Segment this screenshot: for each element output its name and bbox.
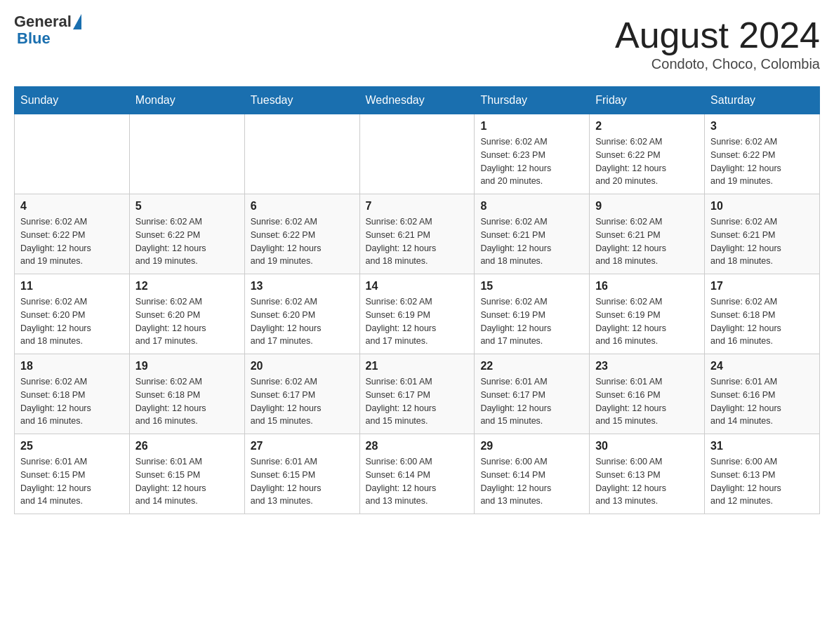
calendar-cell: 7Sunrise: 6:02 AM Sunset: 6:21 PM Daylig…: [359, 194, 475, 274]
calendar-cell: 22Sunrise: 6:01 AM Sunset: 6:17 PM Dayli…: [475, 354, 590, 434]
logo-general-text: General: [14, 14, 72, 29]
day-info: Sunrise: 6:02 AM Sunset: 6:22 PM Dayligh…: [595, 135, 699, 188]
calendar-table: SundayMondayTuesdayWednesdayThursdayFrid…: [14, 86, 820, 514]
day-info: Sunrise: 6:02 AM Sunset: 6:23 PM Dayligh…: [480, 135, 583, 188]
day-info: Sunrise: 6:02 AM Sunset: 6:21 PM Dayligh…: [480, 215, 583, 268]
day-number: 22: [480, 360, 583, 373]
calendar-cell: 5Sunrise: 6:02 AM Sunset: 6:22 PM Daylig…: [129, 194, 244, 274]
calendar-week-5: 25Sunrise: 6:01 AM Sunset: 6:15 PM Dayli…: [15, 434, 820, 514]
location-title: Condoto, Choco, Colombia: [615, 56, 820, 72]
day-info: Sunrise: 6:02 AM Sunset: 6:22 PM Dayligh…: [20, 215, 124, 268]
day-number: 15: [480, 280, 583, 293]
day-info: Sunrise: 6:00 AM Sunset: 6:13 PM Dayligh…: [595, 455, 699, 508]
day-number: 13: [251, 280, 354, 293]
day-number: 9: [595, 200, 699, 213]
day-number: 1: [480, 120, 583, 133]
calendar-cell: [244, 114, 359, 194]
calendar-cell: 2Sunrise: 6:02 AM Sunset: 6:22 PM Daylig…: [590, 114, 705, 194]
day-number: 19: [135, 360, 239, 373]
day-number: 12: [135, 280, 239, 293]
day-info: Sunrise: 6:01 AM Sunset: 6:16 PM Dayligh…: [595, 375, 699, 428]
calendar-cell: 28Sunrise: 6:00 AM Sunset: 6:14 PM Dayli…: [359, 434, 475, 514]
logo-blue-text: Blue: [17, 29, 51, 48]
title-block: August 2024 Condoto, Choco, Colombia: [615, 14, 820, 72]
day-info: Sunrise: 6:02 AM Sunset: 6:19 PM Dayligh…: [366, 295, 469, 348]
calendar-cell: 24Sunrise: 6:01 AM Sunset: 6:16 PM Dayli…: [705, 354, 820, 434]
calendar-cell: 25Sunrise: 6:01 AM Sunset: 6:15 PM Dayli…: [15, 434, 130, 514]
calendar-week-1: 1Sunrise: 6:02 AM Sunset: 6:23 PM Daylig…: [15, 114, 820, 194]
calendar-cell: 10Sunrise: 6:02 AM Sunset: 6:21 PM Dayli…: [705, 194, 820, 274]
day-number: 8: [480, 200, 583, 213]
weekday-header-friday: Friday: [590, 87, 705, 114]
day-number: 11: [20, 280, 124, 293]
day-number: 17: [710, 280, 814, 293]
logo: General Blue: [14, 14, 81, 48]
day-number: 14: [366, 280, 469, 293]
calendar-cell: [359, 114, 475, 194]
calendar-cell: 31Sunrise: 6:00 AM Sunset: 6:13 PM Dayli…: [705, 434, 820, 514]
calendar-cell: 11Sunrise: 6:02 AM Sunset: 6:20 PM Dayli…: [15, 274, 130, 354]
weekday-header-tuesday: Tuesday: [244, 87, 359, 114]
calendar-cell: 14Sunrise: 6:02 AM Sunset: 6:19 PM Dayli…: [359, 274, 475, 354]
calendar-week-3: 11Sunrise: 6:02 AM Sunset: 6:20 PM Dayli…: [15, 274, 820, 354]
calendar-cell: 21Sunrise: 6:01 AM Sunset: 6:17 PM Dayli…: [359, 354, 475, 434]
calendar-cell: 13Sunrise: 6:02 AM Sunset: 6:20 PM Dayli…: [244, 274, 359, 354]
day-number: 7: [366, 200, 469, 213]
day-info: Sunrise: 6:02 AM Sunset: 6:19 PM Dayligh…: [595, 295, 699, 348]
day-number: 30: [595, 440, 699, 452]
day-number: 5: [135, 200, 239, 213]
day-info: Sunrise: 6:01 AM Sunset: 6:16 PM Dayligh…: [710, 375, 814, 428]
day-number: 6: [251, 200, 354, 213]
day-info: Sunrise: 6:02 AM Sunset: 6:21 PM Dayligh…: [595, 215, 699, 268]
day-number: 24: [710, 360, 814, 373]
weekday-header-saturday: Saturday: [705, 87, 820, 114]
day-info: Sunrise: 6:01 AM Sunset: 6:17 PM Dayligh…: [366, 375, 469, 428]
day-info: Sunrise: 6:00 AM Sunset: 6:13 PM Dayligh…: [710, 455, 814, 508]
day-info: Sunrise: 6:02 AM Sunset: 6:21 PM Dayligh…: [366, 215, 469, 268]
calendar-cell: 30Sunrise: 6:00 AM Sunset: 6:13 PM Dayli…: [590, 434, 705, 514]
day-number: 10: [710, 200, 814, 213]
weekday-header-thursday: Thursday: [475, 87, 590, 114]
calendar-cell: 12Sunrise: 6:02 AM Sunset: 6:20 PM Dayli…: [129, 274, 244, 354]
day-info: Sunrise: 6:01 AM Sunset: 6:15 PM Dayligh…: [251, 455, 354, 508]
calendar-cell: 18Sunrise: 6:02 AM Sunset: 6:18 PM Dayli…: [15, 354, 130, 434]
day-info: Sunrise: 6:02 AM Sunset: 6:22 PM Dayligh…: [251, 215, 354, 268]
calendar-cell: 29Sunrise: 6:00 AM Sunset: 6:14 PM Dayli…: [475, 434, 590, 514]
day-info: Sunrise: 6:02 AM Sunset: 6:22 PM Dayligh…: [135, 215, 239, 268]
calendar-cell: 20Sunrise: 6:02 AM Sunset: 6:17 PM Dayli…: [244, 354, 359, 434]
day-number: 3: [710, 120, 814, 133]
calendar-week-2: 4Sunrise: 6:02 AM Sunset: 6:22 PM Daylig…: [15, 194, 820, 274]
day-number: 26: [135, 440, 239, 452]
calendar-cell: 17Sunrise: 6:02 AM Sunset: 6:18 PM Dayli…: [705, 274, 820, 354]
calendar-cell: 3Sunrise: 6:02 AM Sunset: 6:22 PM Daylig…: [705, 114, 820, 194]
day-number: 23: [595, 360, 699, 373]
logo-triangle-icon: [73, 14, 81, 29]
day-info: Sunrise: 6:02 AM Sunset: 6:18 PM Dayligh…: [710, 295, 814, 348]
day-info: Sunrise: 6:01 AM Sunset: 6:15 PM Dayligh…: [135, 455, 239, 508]
page-header: General Blue August 2024 Condoto, Choco,…: [14, 14, 820, 72]
day-info: Sunrise: 6:02 AM Sunset: 6:22 PM Dayligh…: [710, 135, 814, 188]
day-number: 27: [251, 440, 354, 452]
day-number: 25: [20, 440, 124, 452]
weekday-header-wednesday: Wednesday: [359, 87, 475, 114]
calendar-cell: 6Sunrise: 6:02 AM Sunset: 6:22 PM Daylig…: [244, 194, 359, 274]
day-number: 2: [595, 120, 699, 133]
calendar-cell: 19Sunrise: 6:02 AM Sunset: 6:18 PM Dayli…: [129, 354, 244, 434]
day-number: 21: [366, 360, 469, 373]
day-number: 28: [366, 440, 469, 452]
day-info: Sunrise: 6:02 AM Sunset: 6:17 PM Dayligh…: [251, 375, 354, 428]
weekday-header-monday: Monday: [129, 87, 244, 114]
day-info: Sunrise: 6:00 AM Sunset: 6:14 PM Dayligh…: [366, 455, 469, 508]
day-info: Sunrise: 6:02 AM Sunset: 6:20 PM Dayligh…: [20, 295, 124, 348]
day-info: Sunrise: 6:02 AM Sunset: 6:18 PM Dayligh…: [135, 375, 239, 428]
day-info: Sunrise: 6:02 AM Sunset: 6:18 PM Dayligh…: [20, 375, 124, 428]
day-number: 20: [251, 360, 354, 373]
calendar-cell: 8Sunrise: 6:02 AM Sunset: 6:21 PM Daylig…: [475, 194, 590, 274]
weekday-header-sunday: Sunday: [15, 87, 130, 114]
calendar-cell: 16Sunrise: 6:02 AM Sunset: 6:19 PM Dayli…: [590, 274, 705, 354]
day-info: Sunrise: 6:02 AM Sunset: 6:20 PM Dayligh…: [135, 295, 239, 348]
calendar-cell: 23Sunrise: 6:01 AM Sunset: 6:16 PM Dayli…: [590, 354, 705, 434]
day-number: 16: [595, 280, 699, 293]
calendar-cell: 1Sunrise: 6:02 AM Sunset: 6:23 PM Daylig…: [475, 114, 590, 194]
day-info: Sunrise: 6:02 AM Sunset: 6:20 PM Dayligh…: [251, 295, 354, 348]
